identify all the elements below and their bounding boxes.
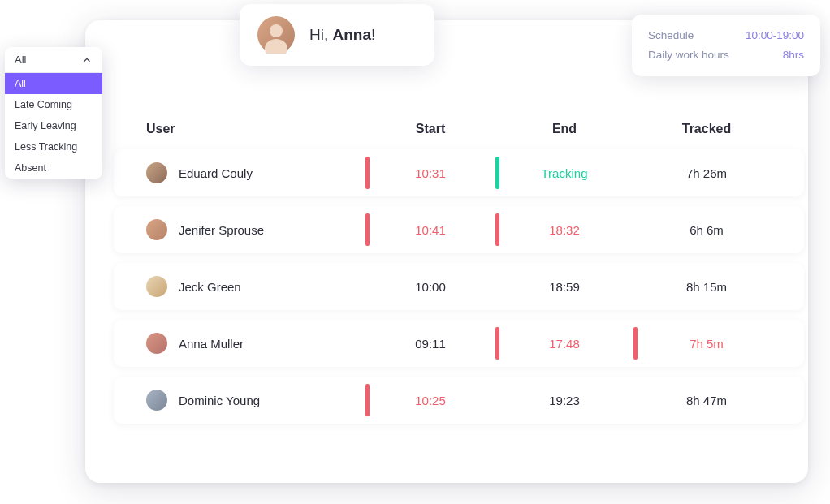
schedule-label: Schedule bbox=[648, 26, 694, 45]
table-row[interactable]: Dominic Young10:2519:238h 47m bbox=[114, 377, 804, 424]
start-cell: 09:11 bbox=[365, 320, 495, 367]
table-row[interactable]: Eduard Couly10:31Tracking7h 26m bbox=[114, 149, 804, 196]
schedule-value: 10:00-19:00 bbox=[746, 26, 804, 45]
start-value: 10:41 bbox=[415, 223, 446, 237]
table-row[interactable]: Jeck Green10:0018:598h 15m bbox=[114, 263, 804, 310]
start-cell: 10:31 bbox=[365, 149, 495, 196]
end-flag bbox=[495, 157, 499, 189]
row-avatar bbox=[146, 276, 167, 297]
start-value: 10:25 bbox=[415, 394, 446, 407]
start-cell: 10:00 bbox=[365, 263, 495, 310]
end-flag bbox=[495, 327, 499, 360]
start-cell: 10:41 bbox=[365, 206, 495, 253]
tracked-value: 6h 6m bbox=[690, 223, 724, 237]
row-avatar bbox=[146, 162, 167, 183]
end-cell: 17:48 bbox=[495, 320, 633, 367]
user-name: Eduard Couly bbox=[179, 166, 253, 180]
start-value: 10:00 bbox=[415, 280, 446, 294]
filter-selected[interactable]: All bbox=[5, 47, 102, 72]
daily-hours-label: Daily work hours bbox=[648, 45, 729, 65]
chevron-up-icon bbox=[81, 54, 93, 66]
user-name: Dominic Young bbox=[179, 394, 260, 407]
end-cell: Tracking bbox=[495, 149, 633, 196]
tracked-cell: 7h 5m bbox=[633, 320, 780, 367]
schedule-card: Schedule 10:00-19:00 Daily work hours 8h… bbox=[632, 15, 820, 76]
filter-item-all[interactable]: All bbox=[5, 73, 102, 94]
row-avatar bbox=[146, 219, 167, 240]
greeting-name: Anna bbox=[333, 26, 372, 43]
end-value: 17:48 bbox=[549, 337, 580, 351]
tracked-cell: 6h 6m bbox=[633, 206, 780, 253]
user-name: Jenifer Sprouse bbox=[179, 223, 264, 237]
greeting-text: Hi, Anna! bbox=[309, 26, 375, 44]
filter-item-less-tracking[interactable]: Less Tracking bbox=[5, 136, 102, 157]
start-value: 10:31 bbox=[415, 166, 446, 180]
svg-point-1 bbox=[265, 39, 287, 54]
end-flag bbox=[495, 213, 499, 246]
user-cell: Jenifer Sprouse bbox=[146, 219, 365, 240]
start-flag bbox=[365, 213, 370, 246]
tracked-cell: 8h 15m bbox=[633, 263, 780, 310]
table-row[interactable]: Anna Muller09:1117:487h 5m bbox=[114, 320, 804, 367]
tracked-cell: 8h 47m bbox=[633, 377, 780, 424]
start-flag bbox=[365, 384, 370, 416]
end-value: 18:32 bbox=[549, 223, 580, 237]
tracked-value: 7h 26m bbox=[686, 166, 727, 180]
start-flag bbox=[365, 157, 370, 189]
end-cell: 18:32 bbox=[495, 206, 633, 253]
end-value: 18:59 bbox=[549, 280, 580, 294]
user-cell: Jeck Green bbox=[146, 276, 365, 297]
tracked-cell: 7h 26m bbox=[633, 149, 780, 196]
end-cell: 18:59 bbox=[495, 263, 633, 310]
tracked-value: 8h 15m bbox=[686, 280, 727, 294]
start-value: 09:11 bbox=[415, 337, 446, 351]
start-cell: 10:25 bbox=[365, 377, 495, 424]
tracked-flag bbox=[633, 327, 638, 360]
daily-hours-value: 8hrs bbox=[783, 45, 804, 65]
attendance-table: User Start End Tracked Eduard Couly10:31… bbox=[114, 122, 804, 433]
user-name: Jeck Green bbox=[179, 280, 241, 294]
schedule-row: Schedule 10:00-19:00 bbox=[648, 26, 804, 45]
daily-hours-row: Daily work hours 8hrs bbox=[648, 45, 804, 65]
filter-dropdown[interactable]: All AllLate ComingEarly LeavingLess Trac… bbox=[5, 47, 102, 179]
user-name: Anna Muller bbox=[179, 337, 244, 351]
end-cell: 19:23 bbox=[495, 377, 633, 424]
user-avatar bbox=[257, 16, 295, 54]
user-cell: Dominic Young bbox=[146, 390, 365, 411]
greeting-prefix: Hi, bbox=[309, 26, 333, 43]
table-row[interactable]: Jenifer Sprouse10:4118:326h 6m bbox=[114, 206, 804, 253]
filter-item-late-coming[interactable]: Late Coming bbox=[5, 94, 102, 115]
row-avatar bbox=[146, 333, 167, 354]
greeting-card: Hi, Anna! bbox=[240, 4, 434, 66]
header-tracked: Tracked bbox=[633, 122, 780, 136]
svg-point-0 bbox=[270, 24, 283, 37]
user-cell: Eduard Couly bbox=[146, 162, 365, 183]
header-user: User bbox=[146, 122, 365, 136]
tracked-value: 8h 47m bbox=[686, 394, 727, 407]
tracked-value: 7h 5m bbox=[690, 337, 724, 351]
row-avatar bbox=[146, 390, 167, 411]
filter-item-early-leaving[interactable]: Early Leaving bbox=[5, 115, 102, 136]
end-value: 19:23 bbox=[549, 394, 580, 407]
header-end: End bbox=[495, 122, 633, 136]
greeting-suffix: ! bbox=[371, 26, 375, 43]
user-cell: Anna Muller bbox=[146, 333, 365, 354]
table-header: User Start End Tracked bbox=[114, 122, 804, 149]
end-value: Tracking bbox=[542, 166, 588, 180]
filter-item-absent[interactable]: Absent bbox=[5, 157, 102, 179]
filter-selected-label: All bbox=[15, 54, 26, 66]
header-start: Start bbox=[365, 122, 495, 136]
